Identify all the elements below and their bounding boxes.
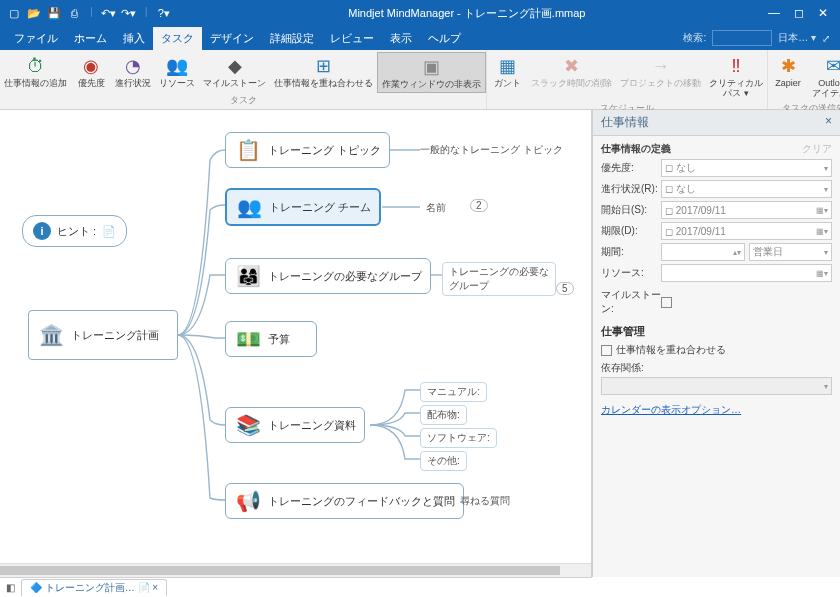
expand-icon[interactable]: ⤢ bbox=[822, 33, 830, 44]
undo-icon[interactable]: ↶▾ bbox=[101, 5, 117, 21]
panel-close-icon[interactable]: × bbox=[825, 114, 832, 131]
menu-挿入[interactable]: 挿入 bbox=[115, 27, 153, 50]
topic-required-groups[interactable]: 👨‍👩‍👧 トレーニングの必要なグループ bbox=[225, 258, 431, 294]
ribbon-クリティカル-パス-▾[interactable]: ‼クリティカル パス ▾ bbox=[705, 52, 767, 101]
menu-レビュー[interactable]: レビュー bbox=[322, 27, 382, 50]
money-icon: 💵 bbox=[234, 325, 262, 353]
topic-budget[interactable]: 💵 予算 bbox=[225, 321, 317, 357]
topic-feedback[interactable]: 📢 トレーニングのフィードバックと質問 bbox=[225, 483, 464, 519]
quick-access-toolbar: ▢ 📂 💾 ⎙ | ↶▾ ↷▾ | ?▾ bbox=[0, 5, 178, 21]
overlay-checkbox[interactable] bbox=[601, 345, 612, 356]
sub-manual[interactable]: マニュアル: bbox=[420, 382, 487, 402]
clipboard-icon: 📋 bbox=[234, 136, 262, 164]
sub-software[interactable]: ソフトウェア: bbox=[420, 428, 497, 448]
due-date-field[interactable]: ◻ 2017/09/11▦▾ bbox=[661, 222, 832, 240]
topic-training-team[interactable]: 👥 トレーニング チーム bbox=[225, 188, 381, 226]
ribbon-作業ウィンドウの非表示[interactable]: ▣作業ウィンドウの非表示 bbox=[377, 52, 486, 93]
menu-ヘルプ[interactable]: ヘルプ bbox=[420, 27, 469, 50]
open-icon[interactable]: 📂 bbox=[26, 5, 42, 21]
info-icon: i bbox=[33, 222, 51, 240]
ribbon-仕事情報の追加[interactable]: ⏱仕事情報の追加 bbox=[0, 52, 71, 93]
window-title: Mindjet MindManager - トレーニング計画.mmap bbox=[178, 6, 756, 21]
ribbon-マイルストーン[interactable]: ◆マイルストーン bbox=[199, 52, 270, 93]
priority-dropdown[interactable]: ◻ なし▾ bbox=[661, 159, 832, 177]
help-icon[interactable]: ?▾ bbox=[156, 5, 172, 21]
task-info-panel: 仕事情報 × 仕事情報の定義 クリア 優先度: ◻ なし▾ 進行状況(R): ◻… bbox=[592, 110, 840, 577]
sub-name[interactable]: 名前 bbox=[426, 201, 446, 215]
milestone-checkbox[interactable] bbox=[661, 297, 672, 308]
root-topic[interactable]: 🏛️ トレーニング計画 bbox=[28, 310, 178, 360]
duration-field[interactable]: ▴▾ bbox=[661, 243, 745, 261]
topic-training-topics[interactable]: 📋 トレーニング トピック bbox=[225, 132, 390, 168]
canvas[interactable]: i ヒント : 📄 🏛️ トレーニング計画 📋 トレーニング トピック 一般的な… bbox=[0, 110, 592, 577]
section-definition: 仕事情報の定義 bbox=[601, 142, 671, 156]
menubar: ファイルホーム挿入タスクデザイン詳細設定レビュー表示ヘルプ 検索: 日本… ▾ … bbox=[0, 26, 840, 50]
ribbon-リソース[interactable]: 👥リソース bbox=[155, 52, 199, 93]
ribbon-Outlook-アイテム-▾[interactable]: ✉Outlook アイテム ▾ bbox=[808, 52, 840, 101]
scroll-horizontal[interactable] bbox=[0, 563, 591, 577]
ribbon-優先度[interactable]: ◉優先度 bbox=[71, 52, 111, 93]
team-icon: 👥 bbox=[235, 193, 263, 221]
building-icon: 🏛️ bbox=[37, 321, 65, 349]
duration-unit-dropdown[interactable]: 営業日▾ bbox=[749, 243, 833, 261]
sub-questions[interactable]: 尋ねる質問 bbox=[460, 494, 510, 508]
dependency-dropdown[interactable]: ▾ bbox=[601, 377, 832, 395]
menu-詳細設定[interactable]: 詳細設定 bbox=[262, 27, 322, 50]
section-management: 仕事管理 bbox=[601, 324, 832, 339]
titlebar: ▢ 📂 💾 ⎙ | ↶▾ ↷▾ | ?▾ Mindjet MindManager… bbox=[0, 0, 840, 26]
document-tabs: ◧ 🔷 トレーニング計画… 📄 × bbox=[0, 577, 592, 597]
ribbon-仕事情報を重ね合わせる[interactable]: ⊞仕事情報を重ね合わせる bbox=[270, 52, 377, 93]
ribbon-プロジェクトの移動: →プロジェクトの移動 bbox=[616, 52, 705, 101]
start-date-field[interactable]: ◻ 2017/09/11▦▾ bbox=[661, 201, 832, 219]
menu-ファイル[interactable]: ファイル bbox=[6, 27, 66, 50]
search-input[interactable] bbox=[712, 30, 772, 46]
redo-icon[interactable]: ↷▾ bbox=[121, 5, 137, 21]
clear-link[interactable]: クリア bbox=[802, 142, 832, 156]
lang-dropdown[interactable]: 日本… ▾ bbox=[778, 31, 816, 45]
minimize-button[interactable]: — bbox=[768, 6, 780, 20]
topic-materials[interactable]: 📚 トレーニング資料 bbox=[225, 407, 365, 443]
note-icon[interactable]: 📄 bbox=[102, 225, 116, 238]
resource-field[interactable]: ▦▾ bbox=[661, 264, 832, 282]
ribbon: ⏱仕事情報の追加◉優先度◔進行状況👥リソース◆マイルストーン⊞仕事情報を重ね合わ… bbox=[0, 50, 840, 110]
ribbon-進行状況[interactable]: ◔進行状況 bbox=[111, 52, 155, 93]
panel-title: 仕事情報 bbox=[601, 114, 649, 131]
print-icon[interactable]: ⎙ bbox=[66, 5, 82, 21]
books-icon: 📚 bbox=[234, 411, 262, 439]
ribbon-スラック時間の削除: ✖スラック時間の削除 bbox=[527, 52, 616, 101]
hint-bubble[interactable]: i ヒント : 📄 bbox=[22, 215, 127, 247]
tab-nav-icon[interactable]: ◧ bbox=[6, 582, 15, 593]
ribbon-ガント[interactable]: ▦ガント bbox=[487, 52, 527, 101]
calendar-options-link[interactable]: カレンダーの表示オプション… bbox=[601, 404, 741, 415]
search-label: 検索: bbox=[683, 31, 706, 45]
save-icon[interactable]: 💾 bbox=[46, 5, 62, 21]
sub-other[interactable]: その他: bbox=[420, 451, 467, 471]
maximize-button[interactable]: ◻ bbox=[794, 6, 804, 20]
menu-デザイン[interactable]: デザイン bbox=[202, 27, 262, 50]
menu-表示[interactable]: 表示 bbox=[382, 27, 420, 50]
new-icon[interactable]: ▢ bbox=[6, 5, 22, 21]
badge-2: 2 bbox=[470, 199, 488, 212]
badge-5: 5 bbox=[556, 282, 574, 295]
document-tab[interactable]: 🔷 トレーニング計画… 📄 × bbox=[21, 579, 167, 596]
ribbon-Zapier[interactable]: ✱Zapier bbox=[768, 52, 808, 101]
progress-dropdown[interactable]: ◻ なし▾ bbox=[661, 180, 832, 198]
menu-タスク[interactable]: タスク bbox=[153, 27, 202, 50]
menu-ホーム[interactable]: ホーム bbox=[66, 27, 115, 50]
sub-general-topic[interactable]: 一般的なトレーニング トピック bbox=[420, 143, 563, 157]
group-icon: 👨‍👩‍👧 bbox=[234, 262, 262, 290]
megaphone-icon: 📢 bbox=[234, 487, 262, 515]
sub-required-groups[interactable]: トレーニングの必要な グループ bbox=[442, 262, 556, 296]
sub-handout[interactable]: 配布物: bbox=[420, 405, 467, 425]
close-button[interactable]: ✕ bbox=[818, 6, 828, 20]
